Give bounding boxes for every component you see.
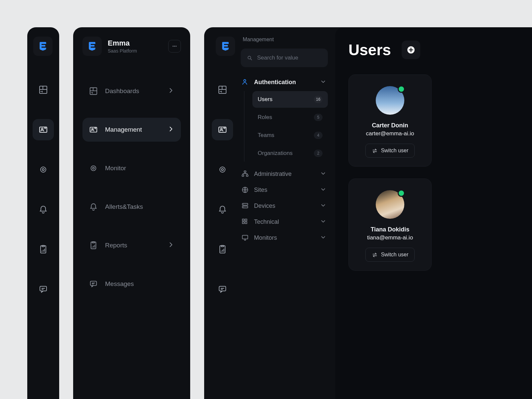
- subnav-item-label: Teams: [258, 132, 274, 139]
- status-online-icon: [398, 85, 405, 93]
- logo[interactable]: [216, 37, 235, 56]
- app-subtitle: Saas Platform: [108, 48, 137, 54]
- subnav-item-label: Organizations: [258, 150, 293, 157]
- count-badge: 4: [314, 132, 323, 139]
- group-label: Technical: [254, 218, 279, 225]
- monitor-icon: [39, 165, 48, 174]
- logo[interactable]: [82, 37, 102, 56]
- group-devices[interactable]: Devices: [241, 202, 328, 209]
- rail-item-reports[interactable]: [212, 239, 233, 260]
- rail-item-dashboard[interactable]: [33, 79, 54, 100]
- nav-item-label: Messages: [105, 280, 134, 288]
- group-technical[interactable]: Technical: [241, 218, 328, 225]
- monitor-icon: [218, 165, 227, 174]
- chevron-down-icon: [321, 187, 326, 194]
- subnav: Management AuthenticationUsers16Roles5Te…: [241, 27, 335, 399]
- user-icon: [241, 78, 249, 86]
- reports-icon: [218, 245, 227, 254]
- chevron-down-icon: [321, 202, 326, 209]
- server-icon: [241, 202, 249, 209]
- subnav-item-label: Users: [258, 96, 272, 103]
- nav-item-management[interactable]: Management: [82, 118, 181, 142]
- app-panel: Management AuthenticationUsers16Roles5Te…: [204, 27, 532, 399]
- monitor-icon: [89, 164, 98, 173]
- add-user-button[interactable]: [402, 41, 420, 59]
- rail-item-alerts[interactable]: [33, 199, 54, 220]
- emma-logo-icon: [87, 41, 97, 52]
- status-online-icon: [398, 190, 405, 197]
- plus-icon: [407, 46, 415, 54]
- rail-item-monitor[interactable]: [212, 159, 233, 180]
- alerts-icon: [39, 205, 48, 214]
- rail-item-alerts[interactable]: [212, 199, 233, 220]
- nav-item-dashboard[interactable]: Dashboards: [82, 79, 181, 103]
- user-email: carter@emma-ai.io: [366, 130, 414, 137]
- search-input[interactable]: [257, 55, 322, 61]
- subnav-item-users[interactable]: Users16: [252, 91, 328, 108]
- more-button[interactable]: [168, 40, 181, 53]
- page-title: Users: [348, 41, 391, 59]
- dots-icon: [172, 43, 178, 49]
- rail-item-monitor[interactable]: [33, 159, 54, 180]
- search-box[interactable]: [241, 49, 328, 67]
- switch-user-button[interactable]: Switch user: [365, 248, 415, 262]
- nav-item-reports[interactable]: Reports: [82, 233, 181, 257]
- subnav-item-label: Roles: [258, 114, 272, 121]
- alerts-icon: [218, 205, 227, 214]
- subnav-title: Management: [241, 37, 328, 43]
- group-sites[interactable]: Sites: [241, 186, 328, 194]
- group-label: Authentication: [254, 79, 296, 86]
- nav-item-label: Dashboards: [105, 87, 139, 95]
- count-badge: 2: [314, 150, 323, 157]
- subnav-item-teams[interactable]: Teams4: [252, 127, 328, 144]
- subnav-item-roles[interactable]: Roles5: [252, 109, 328, 126]
- logo[interactable]: [33, 37, 53, 56]
- reports-icon: [89, 241, 98, 250]
- group-label: Sites: [254, 187, 267, 194]
- switch-label: Switch user: [381, 252, 409, 258]
- chevron-down-icon: [321, 171, 326, 178]
- emma-logo-icon: [38, 41, 48, 52]
- rail-item-reports[interactable]: [33, 239, 54, 260]
- nav-item-monitor[interactable]: Monitor: [82, 156, 181, 180]
- management-icon: [89, 125, 98, 134]
- globe-icon: [241, 186, 249, 194]
- rail-item-dashboard[interactable]: [212, 79, 233, 100]
- dashboard-icon: [89, 87, 98, 95]
- emma-logo-icon: [220, 41, 231, 52]
- search-icon: [247, 55, 252, 61]
- reports-icon: [39, 245, 48, 254]
- avatar-wrap: [376, 190, 404, 219]
- user-name: Carter Donin: [372, 122, 408, 129]
- swap-icon: [372, 252, 378, 258]
- nav-item-label: Reports: [105, 242, 127, 249]
- rail-item-management[interactable]: [33, 119, 54, 140]
- group-monitors[interactable]: Monitors: [241, 234, 328, 241]
- group-authentication[interactable]: Authentication: [241, 78, 328, 86]
- display-icon: [241, 234, 249, 241]
- nav-item-label: Allerts&Tasks: [105, 203, 143, 210]
- nav-item-messages[interactable]: Messages: [82, 272, 181, 296]
- rail-item-messages[interactable]: [212, 279, 233, 300]
- group-administrative[interactable]: Administrative: [241, 170, 328, 178]
- app-name: Emma: [108, 39, 137, 48]
- chevron-right-icon: [168, 87, 174, 95]
- subnav-item-organizations[interactable]: Organizations2: [252, 145, 328, 162]
- swap-icon: [372, 148, 378, 154]
- chevron-right-icon: [168, 242, 174, 249]
- rail-item-messages[interactable]: [33, 279, 54, 300]
- group-label: Monitors: [254, 234, 277, 241]
- user-card: Carter Donincarter@emma-ai.ioSwitch user: [348, 74, 432, 167]
- group-label: Devices: [254, 202, 275, 209]
- content-area: Users Carter Donincarter@emma-ai.ioSwitc…: [335, 27, 532, 399]
- nav-item-alerts[interactable]: Allerts&Tasks: [82, 195, 181, 219]
- switch-label: Switch user: [381, 148, 409, 154]
- chevron-down-icon: [321, 79, 326, 86]
- user-email: tiana@emma-ai.io: [367, 234, 413, 241]
- messages-icon: [39, 285, 48, 294]
- sitemap-icon: [241, 170, 249, 178]
- rail-item-management[interactable]: [212, 119, 233, 140]
- user-card: Tiana Dokidistiana@emma-ai.ioSwitch user: [348, 179, 432, 271]
- sidebar-collapsed: [27, 27, 59, 399]
- switch-user-button[interactable]: Switch user: [365, 144, 415, 158]
